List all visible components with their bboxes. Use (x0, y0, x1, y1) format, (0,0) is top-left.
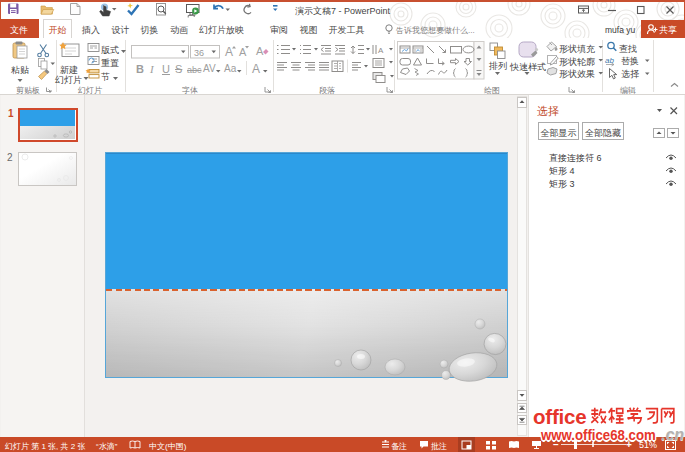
svg-text:A: A (239, 46, 247, 58)
svg-text:ab: ab (605, 56, 614, 65)
svg-text:A: A (256, 45, 264, 57)
svg-text:A: A (378, 46, 384, 55)
svg-text:A: A (225, 45, 233, 59)
